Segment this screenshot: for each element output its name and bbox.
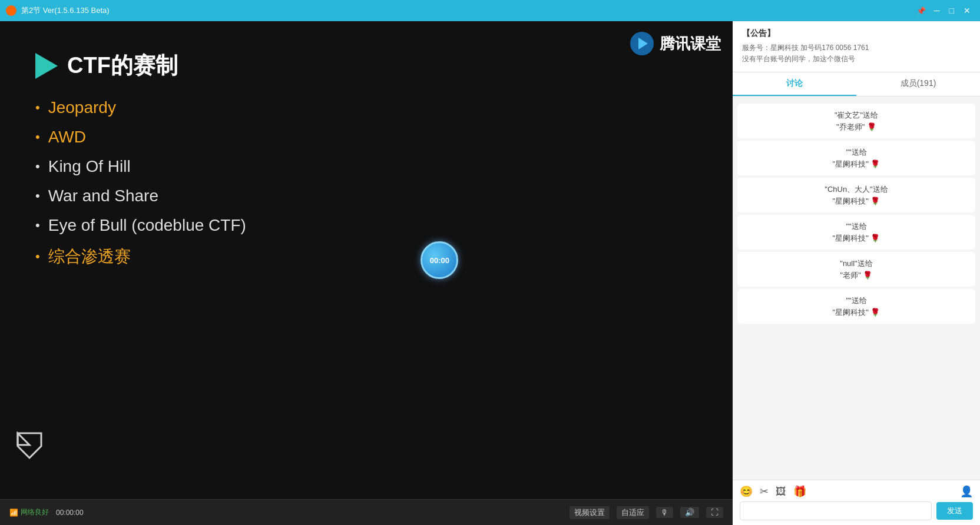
- emoji-button[interactable]: 😊: [740, 485, 753, 498]
- person-button[interactable]: 👤: [960, 485, 973, 498]
- list-item: War and Share: [35, 187, 246, 205]
- app-icon: [6, 5, 16, 16]
- adapt-button[interactable]: 自适应: [617, 506, 649, 519]
- tab-members[interactable]: 成员(191): [856, 72, 980, 96]
- time-display: 00:00:00: [56, 509, 84, 517]
- chat-message: ""送给"星阑科技" 🌹: [737, 141, 975, 175]
- timer-bubble: 00:00: [421, 241, 458, 279]
- slide-list: Jeopardy AWD King Of Hill War and Share …: [35, 98, 246, 268]
- announcement-title: 【公告】: [742, 28, 971, 39]
- chat-message: "ChUn、大人"送给"星阑科技" 🌹: [737, 178, 975, 212]
- chat-message: ""送给"星阑科技" 🌹: [737, 215, 975, 250]
- video-settings-button[interactable]: 视频设置: [570, 506, 610, 519]
- svg-marker-3: [18, 433, 29, 445]
- chat-input-area: 😊 ✂ 🖼 🎁 👤 发送: [733, 480, 980, 525]
- chat-input-row: 发送: [740, 501, 973, 520]
- tab-discuss[interactable]: 讨论: [733, 72, 856, 96]
- tencent-logo-icon: [629, 31, 655, 57]
- chat-message: "崔文艺"送给"乔老师" 🌹: [737, 104, 975, 138]
- video-player[interactable]: CTF的赛制 Jeopardy AWD King Of Hill War and…: [0, 21, 733, 499]
- image-button[interactable]: 🖼: [776, 486, 786, 498]
- video-controls: 📶 网络良好 00:00:00 视频设置 自适应 🎙 🔊 ⛶: [0, 499, 733, 525]
- list-item: Eye of Bull (codeblue CTF): [35, 216, 246, 235]
- list-item: Jeopardy: [35, 98, 246, 117]
- scissor-button[interactable]: ✂: [760, 485, 769, 498]
- right-panel: 【公告】 服务号：星阑科技 加号码176 0056 1761没有平台账号的同学，…: [733, 21, 980, 525]
- chat-message: ""送给"星阑科技" 🌹: [737, 289, 975, 324]
- panel-tabs: 讨论 成员(191): [733, 72, 980, 97]
- announcement-text: 服务号：星阑科技 加号码176 0056 1761没有平台账号的同学，加这个微信…: [742, 42, 971, 65]
- window-title: 第2节 Ver(1.5.6.135 Beta): [21, 5, 916, 16]
- slide-content: CTF的赛制 Jeopardy AWD King Of Hill War and…: [0, 21, 733, 499]
- tencent-logo: 腾讯课堂: [629, 31, 721, 57]
- slide-title: CTF的赛制: [35, 51, 246, 81]
- chat-toolbar: 😊 ✂ 🖼 🎁 👤: [740, 485, 973, 498]
- list-item: King Of Hill: [35, 157, 246, 176]
- chat-area[interactable]: "崔文艺"送给"乔老师" 🌹 ""送给"星阑科技" 🌹 "ChUn、大人"送给"…: [733, 97, 980, 480]
- gift-button[interactable]: 🎁: [793, 485, 806, 498]
- chat-message: "null"送给"老师" 🌹: [737, 252, 975, 287]
- send-button[interactable]: 发送: [936, 502, 973, 520]
- signal-icon: 📶: [9, 509, 18, 517]
- window-controls: ─ □ ✕: [931, 5, 974, 16]
- fullscreen-button[interactable]: ⛶: [706, 507, 723, 518]
- list-item: 综合渗透赛: [35, 245, 246, 268]
- list-item: AWD: [35, 128, 246, 147]
- titlebar: 第2节 Ver(1.5.6.135 Beta) 📌 ─ □ ✕: [0, 0, 980, 21]
- network-status: 📶 网络良好: [9, 507, 49, 517]
- pin-icon[interactable]: 📌: [916, 6, 926, 15]
- main-container: CTF的赛制 Jeopardy AWD King Of Hill War and…: [0, 21, 980, 525]
- chat-text-input[interactable]: [740, 501, 932, 520]
- volume-button[interactable]: 🔊: [680, 507, 699, 518]
- mic-button[interactable]: 🎙: [656, 507, 673, 518]
- minimize-button[interactable]: ─: [931, 5, 943, 16]
- video-area: CTF的赛制 Jeopardy AWD King Of Hill War and…: [0, 21, 733, 525]
- close-button[interactable]: ✕: [960, 5, 974, 16]
- slide-text-area: CTF的赛制 Jeopardy AWD King Of Hill War and…: [35, 51, 246, 268]
- logo-text: 腾讯课堂: [660, 34, 721, 54]
- watermark-logo: [12, 428, 47, 464]
- play-triangle-icon: [35, 53, 58, 79]
- maximize-button[interactable]: □: [946, 5, 958, 16]
- announcement: 【公告】 服务号：星阑科技 加号码176 0056 1761没有平台账号的同学，…: [733, 21, 980, 72]
